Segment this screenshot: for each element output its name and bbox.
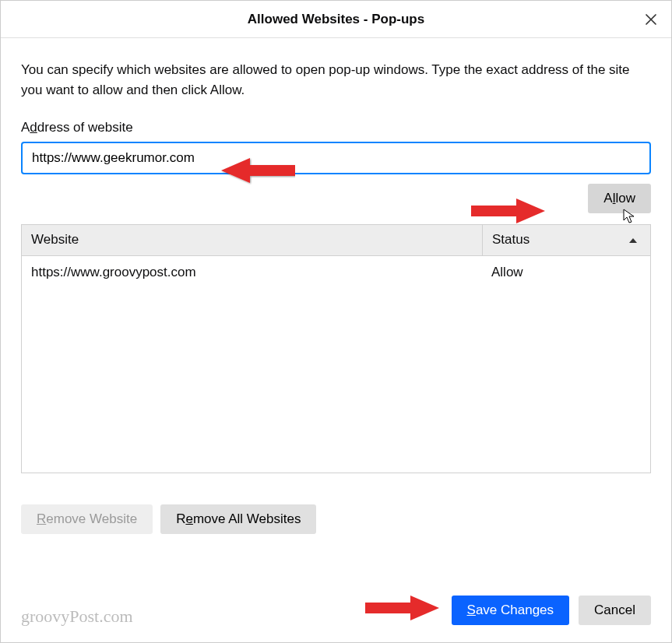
popup-allowed-websites-dialog: Allowed Websites - Pop-ups You can speci… bbox=[0, 0, 672, 643]
dialog-description: You can specify which websites are allow… bbox=[21, 60, 651, 101]
address-input[interactable] bbox=[21, 142, 651, 174]
allowed-sites-table: Website Status https://www.groovypost.co… bbox=[21, 224, 651, 473]
allow-row: Allow bbox=[21, 184, 651, 213]
remove-all-websites-button[interactable]: Remove All Websites bbox=[160, 504, 316, 534]
remove-website-button: Remove Website bbox=[21, 504, 153, 534]
allow-button[interactable]: Allow bbox=[588, 184, 651, 213]
annotation-arrow-icon bbox=[365, 592, 443, 624]
cell-website: https://www.groovypost.com bbox=[22, 265, 482, 280]
address-label: Address of website bbox=[21, 120, 651, 135]
column-header-status[interactable]: Status bbox=[482, 225, 650, 255]
cell-status: Allow bbox=[482, 265, 650, 280]
sort-ascending-icon bbox=[628, 232, 638, 248]
table-header: Website Status bbox=[22, 225, 650, 256]
dialog-content: You can specify which websites are allow… bbox=[1, 38, 671, 546]
cancel-button[interactable]: Cancel bbox=[579, 596, 651, 625]
save-changes-button[interactable]: Save Changes bbox=[452, 596, 570, 625]
dialog-footer: Save Changes Cancel bbox=[452, 596, 651, 625]
close-icon bbox=[645, 13, 657, 26]
column-header-website[interactable]: Website bbox=[22, 232, 482, 248]
dialog-title: Allowed Websites - Pop-ups bbox=[248, 12, 424, 27]
table-row[interactable]: https://www.groovypost.com Allow bbox=[22, 256, 650, 289]
dialog-titlebar: Allowed Websites - Pop-ups bbox=[1, 1, 671, 38]
watermark-text: groovyPost.com bbox=[21, 606, 133, 627]
close-button[interactable] bbox=[642, 10, 660, 29]
remove-buttons-row: Remove Website Remove All Websites bbox=[21, 504, 651, 534]
